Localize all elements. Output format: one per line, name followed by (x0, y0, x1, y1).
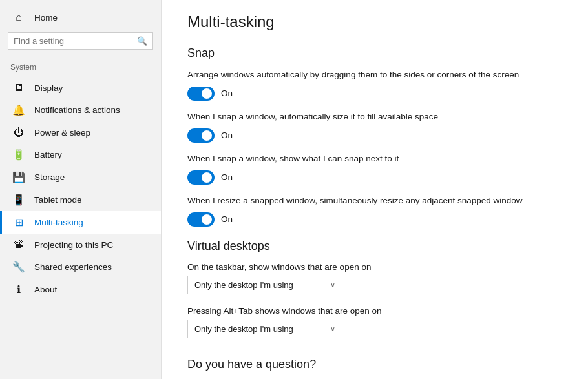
sidebar-item-projecting[interactable]: 📽 Projecting to this PC (0, 234, 161, 256)
virtual-desktops-title: Virtual desktops (187, 240, 562, 253)
get-help-link[interactable]: Get help (187, 377, 220, 379)
sidebar-item-label: Tablet mode (34, 195, 82, 205)
sidebar-item-label: Display (34, 83, 63, 93)
search-icon: 🔍 (137, 36, 147, 46)
snap-toggle-row-1: On (187, 87, 562, 101)
virtual-desktops-section: Virtual desktops On the taskbar, show wi… (187, 240, 562, 338)
snap-toggle-3-state: On (221, 172, 233, 182)
sidebar-item-battery[interactable]: 🔋 Battery (0, 143, 161, 166)
sidebar-search-box[interactable]: 🔍 (8, 32, 153, 50)
snap-toggle-1-state: On (221, 88, 233, 98)
question-section: Do you have a question? Get help (187, 358, 562, 379)
snap-toggle-1[interactable] (187, 87, 215, 101)
sidebar-item-label: About (34, 285, 57, 294)
snap-toggle-2-state: On (221, 130, 233, 140)
about-icon: ℹ (12, 283, 25, 296)
sidebar-item-tablet[interactable]: 📱 Tablet mode (0, 189, 161, 211)
multitasking-icon: ⊞ (12, 216, 25, 229)
sidebar-item-label: Battery (34, 150, 62, 159)
snap-toggle-2[interactable] (187, 128, 215, 143)
display-icon: 🖥 (12, 82, 25, 94)
sidebar-item-display[interactable]: 🖥 Display (0, 77, 161, 99)
snap-toggle-3[interactable] (187, 170, 215, 185)
search-input[interactable] (14, 36, 133, 46)
sidebar-item-multitasking[interactable]: ⊞ Multi-tasking (0, 211, 161, 234)
snap-toggle-row-3: On (187, 170, 562, 185)
sidebar-home-label: Home (34, 13, 58, 23)
sidebar-item-label: Storage (34, 172, 65, 182)
sidebar-item-power[interactable]: ⏻ Power & sleep (0, 121, 161, 143)
sidebar-item-about[interactable]: ℹ About (0, 278, 161, 301)
snap-setting-4: When I resize a snapped window, simultan… (187, 195, 562, 227)
storage-icon: 💾 (12, 171, 25, 183)
sidebar-section-label: System (0, 60, 161, 77)
snap-section-title: Snap (187, 46, 562, 60)
taskbar-dropdown-group: On the taskbar, show windows that are op… (187, 262, 562, 294)
sidebar-item-notifications[interactable]: 🔔 Notifications & actions (0, 99, 161, 121)
page-title: Multi-tasking (187, 13, 562, 31)
snap-setting-2: When I snap a window, automatically size… (187, 111, 562, 143)
alttab-dropdown-label: Pressing Alt+Tab shows windows that are … (187, 306, 562, 316)
sidebar-item-label: Multi-tasking (34, 218, 83, 227)
alttab-dropdown-value: Only the desktop I'm using (194, 324, 293, 334)
snap-toggle-4[interactable] (187, 212, 215, 227)
sidebar-item-label: Power & sleep (34, 128, 90, 138)
snap-toggle-row-4: On (187, 212, 562, 227)
sidebar-item-shared[interactable]: 🔧 Shared experiences (0, 256, 161, 278)
projecting-icon: 📽 (12, 239, 25, 251)
snap-toggle-row-2: On (187, 128, 562, 143)
alttab-dropdown[interactable]: Only the desktop I'm using ∨ (187, 320, 342, 338)
snap-setting-3: When I snap a window, show what I can sn… (187, 153, 562, 185)
battery-icon: 🔋 (12, 149, 25, 161)
shared-icon: 🔧 (12, 261, 25, 273)
sidebar-item-label: Notifications & actions (34, 105, 120, 115)
taskbar-dropdown-label: On the taskbar, show windows that are op… (187, 262, 562, 272)
snap-label-3: When I snap a window, show what I can sn… (187, 153, 562, 165)
alttab-dropdown-group: Pressing Alt+Tab shows windows that are … (187, 306, 562, 338)
sidebar-item-storage[interactable]: 💾 Storage (0, 166, 161, 189)
taskbar-chevron-down-icon: ∨ (330, 281, 335, 289)
sidebar-item-label: Shared experiences (34, 262, 112, 272)
alttab-chevron-down-icon: ∨ (330, 325, 335, 333)
snap-label-2: When I snap a window, automatically size… (187, 111, 562, 123)
sidebar-item-home[interactable]: ⌂ Home (0, 6, 161, 28)
power-icon: ⏻ (12, 127, 25, 138)
snap-setting-1: Arrange windows automatically by draggin… (187, 69, 562, 101)
main-content: Multi-tasking Snap Arrange windows autom… (162, 0, 588, 379)
sidebar: ⌂ Home 🔍 System 🖥 Display 🔔 Notification… (0, 0, 162, 379)
snap-toggle-4-state: On (221, 214, 233, 224)
snap-label-4: When I resize a snapped window, simultan… (187, 195, 562, 207)
notifications-icon: 🔔 (12, 104, 25, 116)
home-icon: ⌂ (12, 12, 25, 23)
taskbar-dropdown[interactable]: Only the desktop I'm using ∨ (187, 276, 342, 294)
tablet-icon: 📱 (12, 194, 25, 206)
question-title: Do you have a question? (187, 358, 562, 371)
snap-label-1: Arrange windows automatically by draggin… (187, 69, 562, 81)
sidebar-item-label: Projecting to this PC (34, 240, 113, 250)
taskbar-dropdown-value: Only the desktop I'm using (194, 280, 293, 290)
